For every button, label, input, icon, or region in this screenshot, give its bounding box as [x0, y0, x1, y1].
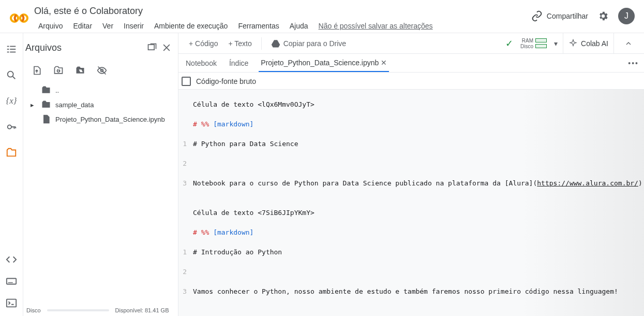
menu-help[interactable]: Ajuda	[286, 20, 312, 32]
disk-label: Disco	[26, 307, 41, 313]
share-button[interactable]: Compartilhar	[531, 10, 588, 22]
menu-file[interactable]: Arquivo	[34, 20, 67, 32]
link-icon	[531, 10, 543, 22]
menu-view[interactable]: Ver	[98, 20, 117, 32]
svg-rect-6	[7, 52, 9, 53]
colab-ai-button[interactable]: Colab AI	[563, 33, 614, 54]
tab-index[interactable]: Índice	[227, 55, 250, 71]
tab-file[interactable]: Projeto_Python_Data_Science.ipynb✕	[259, 54, 389, 72]
left-rail: {x}	[0, 33, 23, 316]
resource-dropdown-icon[interactable]: ▾	[554, 39, 558, 48]
raw-source-label: Código-fonte bruto	[196, 77, 256, 85]
folder-name: sample_data	[55, 101, 94, 109]
tab-overflow-icon[interactable]: •••	[628, 59, 639, 67]
svg-rect-12	[7, 299, 16, 307]
svg-rect-4	[7, 49, 9, 50]
sparkle-icon	[568, 39, 578, 48]
command-palette-icon[interactable]	[6, 276, 17, 287]
svg-rect-13	[148, 45, 155, 50]
refresh-icon[interactable]	[53, 65, 64, 76]
updir-label: ..	[55, 87, 59, 94]
svg-point-9	[8, 125, 11, 128]
file-icon	[41, 114, 51, 124]
secrets-icon[interactable]	[6, 121, 17, 133]
folder-icon	[41, 99, 51, 110]
new-window-icon[interactable]	[145, 40, 159, 55]
toc-icon[interactable]	[6, 44, 17, 55]
disk-avail: Disponível: 81.41 GB	[115, 307, 169, 313]
svg-point-8	[8, 71, 13, 77]
menu-runtime[interactable]: Ambiente de execução	[150, 20, 232, 32]
tab-notebook[interactable]: Notebook	[184, 55, 219, 71]
files-panel: Arquivos .. ▸ sample_data	[23, 33, 178, 316]
svg-marker-16	[271, 40, 280, 47]
copy-to-drive-button[interactable]: Copiar para o Drive	[267, 37, 350, 50]
files-title: Arquivos	[25, 42, 145, 53]
disk-usage-bar	[47, 309, 109, 311]
share-label: Compartilhar	[547, 12, 588, 20]
updir-row[interactable]: ..	[31, 83, 178, 97]
doc-title[interactable]: Olá, este é o Colaboratory	[34, 5, 531, 20]
menu-tools[interactable]: Ferramentas	[234, 20, 283, 32]
menu-insert[interactable]: Inserir	[119, 20, 148, 32]
svg-rect-2	[7, 46, 9, 47]
menubar: Arquivo Editar Ver Inserir Ambiente de e…	[34, 20, 531, 32]
colab-logo[interactable]	[4, 4, 34, 33]
connected-check-icon: ✓	[505, 38, 515, 49]
close-panel-icon[interactable]	[159, 40, 174, 55]
collapse-toolbar-icon[interactable]	[619, 37, 638, 50]
close-tab-icon[interactable]: ✕	[381, 59, 387, 67]
code-area[interactable]: Célula de texto <lQx6Mmv0OJyT> # %% [mar…	[178, 89, 644, 316]
file-name: Projeto_Python_Data_Science.ipynb	[55, 116, 165, 123]
variables-icon[interactable]: {x}	[6, 95, 17, 107]
add-code-button[interactable]: + Código	[185, 37, 222, 50]
mount-drive-icon[interactable]	[75, 65, 85, 76]
avatar[interactable]: J	[618, 8, 635, 24]
drive-icon	[271, 39, 280, 48]
svg-rect-3	[10, 46, 16, 47]
folder-icon	[41, 85, 51, 95]
menu-edit[interactable]: Editar	[69, 20, 96, 32]
upload-icon[interactable]	[32, 65, 42, 76]
raw-source-checkbox[interactable]	[182, 77, 191, 86]
svg-rect-10	[7, 279, 16, 284]
caret-right-icon[interactable]: ▸	[31, 101, 37, 109]
resource-stats[interactable]: RAM Disco	[520, 38, 549, 49]
search-icon[interactable]	[6, 69, 17, 81]
add-text-button[interactable]: + Texto	[224, 37, 256, 50]
code-snippets-icon[interactable]	[6, 254, 17, 265]
gear-icon[interactable]	[597, 10, 609, 22]
file-row[interactable]: Projeto_Python_Data_Science.ipynb	[31, 112, 178, 126]
svg-rect-11	[8, 282, 13, 283]
svg-rect-7	[10, 52, 16, 53]
svg-rect-5	[10, 49, 16, 50]
terminal-icon[interactable]	[6, 297, 17, 309]
folder-row[interactable]: ▸ sample_data	[31, 97, 178, 112]
save-status[interactable]: Não é possível salvar as alterações	[314, 20, 437, 32]
hidden-files-icon[interactable]	[97, 65, 107, 76]
files-icon[interactable]	[6, 147, 17, 159]
